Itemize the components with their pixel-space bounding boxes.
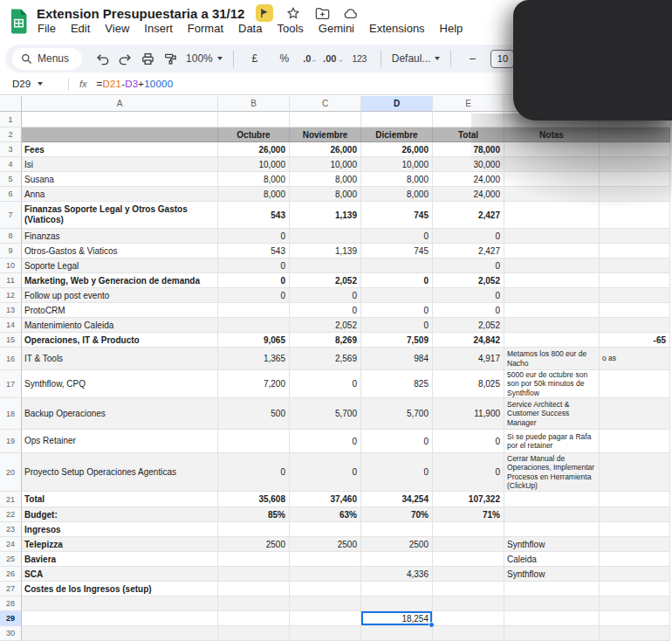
paint-format-button[interactable] <box>160 47 181 70</box>
cell-B24[interactable]: 2500 <box>218 537 290 552</box>
cell-G18[interactable] <box>600 398 670 430</box>
cell-B11[interactable]: 0 <box>218 273 290 288</box>
cell-F3[interactable] <box>504 142 600 157</box>
row-header-28[interactable]: 28 <box>0 596 22 611</box>
cell-E10[interactable]: 0 <box>433 258 504 273</box>
cell-E16[interactable]: 4,917 <box>433 348 504 370</box>
cell-G6[interactable] <box>600 187 670 202</box>
cell-E4[interactable]: 30,000 <box>433 157 504 172</box>
cell-C12[interactable]: 0 <box>290 288 361 303</box>
cell-F11[interactable] <box>504 273 600 288</box>
cell-F10[interactable] <box>504 258 600 273</box>
row-header-18[interactable]: 18 <box>0 398 22 430</box>
cell-B6[interactable]: 8,000 <box>218 187 290 202</box>
cell-A20[interactable]: Proyecto Setup Operaciones Agenticas <box>22 453 218 492</box>
cell-D21[interactable]: 34,254 <box>361 492 433 507</box>
cell-G2[interactable] <box>600 128 670 142</box>
cell-B25[interactable] <box>218 552 290 567</box>
cell-A21[interactable]: Total <box>22 492 218 507</box>
cell-A9[interactable]: Otros-Gastos & Viaticos <box>22 244 218 258</box>
cell-C27[interactable] <box>290 582 361 596</box>
row-header-12[interactable]: 12 <box>0 288 22 303</box>
cell-F30[interactable] <box>504 626 600 641</box>
cell-C6[interactable]: 8,000 <box>290 187 361 202</box>
fill-handle[interactable] <box>429 622 435 628</box>
cell-A28[interactable] <box>22 596 218 611</box>
cell-D1[interactable] <box>361 112 433 128</box>
cell-B4[interactable]: 10,000 <box>218 157 290 172</box>
column-header-D[interactable]: D <box>361 96 433 112</box>
row-header-7[interactable]: 7 <box>0 202 22 229</box>
cell-D16[interactable]: 984 <box>361 348 433 370</box>
cell-G9[interactable] <box>600 244 670 258</box>
cell-B18[interactable]: 500 <box>218 398 290 430</box>
cell-B8[interactable]: 0 <box>218 229 290 244</box>
cell-D8[interactable]: 0 <box>361 229 433 244</box>
cell-F23[interactable] <box>504 522 600 537</box>
cell-D9[interactable]: 745 <box>361 244 433 258</box>
cell-C15[interactable]: 8,269 <box>290 333 361 348</box>
row-header-16[interactable]: 16 <box>0 348 22 370</box>
row-header-9[interactable]: 9 <box>0 244 22 258</box>
cell-A26[interactable]: SCA <box>22 567 218 582</box>
cell-A17[interactable]: Synthflow, CPQ <box>22 370 218 398</box>
menu-edit[interactable]: Edit <box>71 22 90 35</box>
row-header-11[interactable]: 11 <box>0 273 22 288</box>
cell-A8[interactable]: Finanzas <box>22 229 218 244</box>
cell-F17[interactable]: 5000 eur de octubre son son por 50k minu… <box>504 370 600 398</box>
document-title[interactable]: Extension Presupuestaria a 31/12 <box>37 6 244 21</box>
cell-F26[interactable]: Synthflow <box>504 567 600 582</box>
cell-D23[interactable] <box>361 522 433 537</box>
cell-B10[interactable]: 0 <box>218 258 290 273</box>
cell-C24[interactable]: 2500 <box>290 537 361 552</box>
cell-C28[interactable] <box>290 596 361 611</box>
cell-G10[interactable] <box>600 258 670 273</box>
row-header-24[interactable]: 24 <box>0 537 22 552</box>
cell-B26[interactable] <box>218 567 290 582</box>
cell-D19[interactable]: 0 <box>361 430 433 453</box>
cell-D14[interactable]: 0 <box>361 318 433 333</box>
cell-E15[interactable]: 24,842 <box>433 333 504 348</box>
row-header-22[interactable]: 22 <box>0 507 22 522</box>
cell-C19[interactable]: 0 <box>290 430 361 453</box>
redo-button[interactable] <box>114 47 135 70</box>
cell-D30[interactable] <box>361 626 433 641</box>
cell-D20[interactable]: 0 <box>361 453 433 492</box>
cell-C16[interactable]: 2,569 <box>290 348 361 370</box>
cell-A4[interactable]: Isi <box>22 157 218 172</box>
menu-insert[interactable]: Insert <box>144 22 173 35</box>
cell-E21[interactable]: 107,322 <box>433 492 504 507</box>
cell-B5[interactable]: 8,000 <box>218 172 290 187</box>
cell-B2[interactable]: Octubre <box>218 128 290 142</box>
cell-D12[interactable] <box>361 288 433 303</box>
row-header-5[interactable]: 5 <box>0 172 22 187</box>
increase-decimal-button[interactable]: .00→ <box>323 47 344 70</box>
cell-G11[interactable] <box>600 273 670 288</box>
cell-F8[interactable] <box>504 229 600 244</box>
cell-G20[interactable] <box>600 453 670 492</box>
cell-A3[interactable]: Fees <box>22 142 218 157</box>
row-header-10[interactable]: 10 <box>0 258 22 273</box>
cloud-status-icon[interactable] <box>342 4 360 22</box>
cell-E6[interactable]: 24,000 <box>433 187 504 202</box>
cell-C26[interactable] <box>290 567 361 582</box>
cell-C2[interactable]: Noviembre <box>290 128 361 142</box>
cell-G26[interactable] <box>600 567 670 582</box>
cell-C1[interactable] <box>290 112 361 128</box>
cell-B16[interactable]: 1,365 <box>218 348 290 370</box>
cell-G28[interactable] <box>600 596 670 611</box>
cell-D25[interactable] <box>361 552 433 567</box>
cell-A24[interactable]: Telepizza <box>22 537 218 552</box>
cell-G27[interactable] <box>600 582 670 596</box>
font-size-input[interactable]: 10 <box>490 50 514 68</box>
cell-D15[interactable]: 7,509 <box>361 333 433 348</box>
cell-A1[interactable] <box>22 112 218 128</box>
cell-D6[interactable]: 8,000 <box>361 187 433 202</box>
cell-F2[interactable]: Notas <box>504 128 600 142</box>
undo-button[interactable] <box>92 47 113 70</box>
cell-F18[interactable]: Service Architect & Customer Success Man… <box>504 398 600 430</box>
cell-E30[interactable] <box>433 626 504 641</box>
cell-C21[interactable]: 37,460 <box>290 492 361 507</box>
cell-F27[interactable] <box>504 582 600 596</box>
menu-data[interactable]: Data <box>238 22 262 35</box>
